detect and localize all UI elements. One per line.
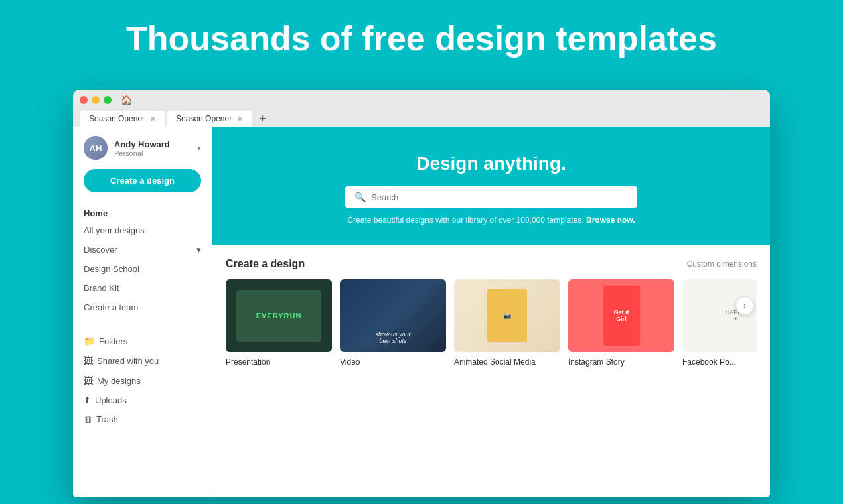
instagram-inner: Get itGirl bbox=[603, 286, 640, 346]
sidebar-item-folders[interactable]: Folders bbox=[84, 331, 201, 351]
avatar-image: AH bbox=[84, 136, 108, 160]
tabs-bar: Season Opener ✕ Season Opener ✕ + bbox=[80, 111, 763, 127]
search-box[interactable]: 🔍 bbox=[345, 186, 637, 208]
instagram-label: Instagram Story bbox=[568, 357, 674, 367]
uploads-label: Uploads bbox=[95, 395, 127, 405]
facebook-label: Facebook Po... bbox=[682, 357, 757, 367]
page-hero-title: Thousands of free design templates bbox=[0, 19, 843, 58]
user-profile[interactable]: AH Andy Howard Personal ▾ bbox=[73, 136, 212, 169]
chevron-down-icon: ▾ bbox=[196, 245, 201, 255]
design-card-social[interactable]: 📷 Animated Social Media bbox=[454, 279, 560, 367]
sidebar-discover-label: Discover bbox=[84, 245, 117, 255]
tab-1-close[interactable]: ✕ bbox=[150, 115, 156, 123]
design-card-facebook[interactable]: HAPPY☀ Facebook Po... bbox=[682, 279, 757, 367]
sidebar-item-design-school[interactable]: Design School bbox=[84, 259, 201, 279]
shared-label: Shared with you bbox=[97, 356, 159, 366]
window-controls: 🏠 bbox=[80, 95, 763, 105]
sidebar-item-trash[interactable]: Trash bbox=[84, 410, 201, 429]
sidebar-item-discover[interactable]: Discover ▾ bbox=[84, 240, 201, 259]
design-banner: Design anything. 🔍 Create beautiful desi… bbox=[212, 127, 770, 245]
maximize-window-button[interactable] bbox=[104, 96, 112, 104]
video-inner: show us yourbest shots bbox=[340, 279, 446, 352]
home-button[interactable]: 🏠 bbox=[121, 95, 132, 105]
user-role: Personal bbox=[114, 149, 191, 157]
tab-1[interactable]: Season Opener ✕ bbox=[80, 111, 165, 127]
folders-label: Folders bbox=[99, 336, 127, 346]
chevron-down-icon: ▾ bbox=[197, 144, 201, 153]
sidebar: AH Andy Howard Personal ▾ Create a desig… bbox=[73, 127, 212, 497]
sidebar-item-shared[interactable]: Shared with you bbox=[84, 351, 201, 371]
sidebar-item-home[interactable]: Home bbox=[84, 203, 201, 221]
search-icon: 🔍 bbox=[354, 192, 366, 202]
facebook-thumbnail: HAPPY☀ bbox=[682, 279, 757, 352]
instagram-thumbnail: Get itGirl bbox=[568, 279, 674, 352]
create-design-section: Create a design Custom dimensions EVERYR… bbox=[212, 245, 770, 373]
social-inner: 📷 bbox=[487, 289, 527, 342]
presentation-inner: EVERYRUN bbox=[236, 290, 321, 342]
avatar: AH bbox=[84, 136, 108, 160]
video-thumbnail: show us yourbest shots bbox=[340, 279, 446, 352]
trash-icon bbox=[84, 414, 92, 424]
design-card-instagram[interactable]: Get itGirl Instagram Story bbox=[568, 279, 674, 367]
video-text: show us yourbest shots bbox=[375, 331, 410, 344]
add-tab-button[interactable]: + bbox=[254, 112, 271, 126]
sidebar-item-create-team[interactable]: Create a team bbox=[84, 298, 201, 317]
browse-link[interactable]: Browse now. bbox=[586, 216, 635, 225]
presentation-thumbnail: EVERYRUN bbox=[226, 279, 332, 352]
sidebar-item-uploads[interactable]: Uploads bbox=[84, 391, 201, 410]
close-window-button[interactable] bbox=[80, 96, 88, 104]
trash-label: Trash bbox=[96, 414, 118, 424]
social-thumbnail: 📷 bbox=[454, 279, 560, 352]
presentation-text: EVERYRUN bbox=[256, 312, 302, 320]
sidebar-item-brand-kit[interactable]: Brand Kit bbox=[84, 279, 201, 298]
tab-2-close[interactable]: ✕ bbox=[237, 115, 243, 123]
minimize-window-button[interactable] bbox=[92, 96, 100, 104]
nav-divider bbox=[84, 324, 201, 324]
create-design-button[interactable]: Create a design bbox=[84, 169, 201, 192]
video-label: Video bbox=[340, 357, 446, 367]
browser-window: 🏠 Season Opener ✕ Season Opener ✕ + AH bbox=[73, 90, 770, 497]
banner-title: Design anything. bbox=[226, 153, 757, 174]
my-designs-icon bbox=[84, 375, 93, 386]
my-designs-label: My designs bbox=[97, 376, 141, 386]
design-card-video[interactable]: show us yourbest shots Video bbox=[340, 279, 446, 367]
browser-chrome: 🏠 Season Opener ✕ Season Opener ✕ + bbox=[73, 90, 770, 127]
tab-1-label: Season Opener bbox=[89, 114, 145, 123]
design-cards-list: EVERYRUN Presentation show us yourbest s… bbox=[226, 279, 757, 367]
browse-text: Create beautiful designs with our librar… bbox=[226, 216, 757, 225]
tab-2-label: Season Opener bbox=[176, 114, 232, 123]
search-input[interactable] bbox=[371, 192, 628, 202]
browser-content: AH Andy Howard Personal ▾ Create a desig… bbox=[73, 127, 770, 497]
presentation-label: Presentation bbox=[226, 357, 332, 367]
tab-2[interactable]: Season Opener ✕ bbox=[167, 111, 252, 127]
social-label: Animated Social Media bbox=[454, 357, 560, 367]
browse-description: Create beautiful designs with our librar… bbox=[347, 216, 583, 225]
sidebar-item-all-designs[interactable]: All your designs bbox=[84, 221, 201, 240]
user-info: Andy Howard Personal bbox=[114, 139, 191, 157]
cards-next-button[interactable]: › bbox=[735, 296, 754, 315]
user-name: Andy Howard bbox=[114, 139, 191, 149]
sidebar-item-my-designs[interactable]: My designs bbox=[84, 371, 201, 391]
design-card-presentation[interactable]: EVERYRUN Presentation bbox=[226, 279, 332, 367]
folder-icon bbox=[84, 336, 95, 346]
custom-dimensions-button[interactable]: Custom dimensions bbox=[687, 259, 757, 269]
uploads-icon bbox=[84, 395, 91, 405]
shared-icon bbox=[84, 355, 93, 366]
main-content: Design anything. 🔍 Create beautiful desi… bbox=[212, 127, 770, 497]
create-section-title: Create a design bbox=[226, 258, 305, 270]
create-section-header: Create a design Custom dimensions bbox=[226, 258, 757, 270]
sidebar-nav: Home All your designs Discover ▾ Design … bbox=[73, 203, 212, 429]
